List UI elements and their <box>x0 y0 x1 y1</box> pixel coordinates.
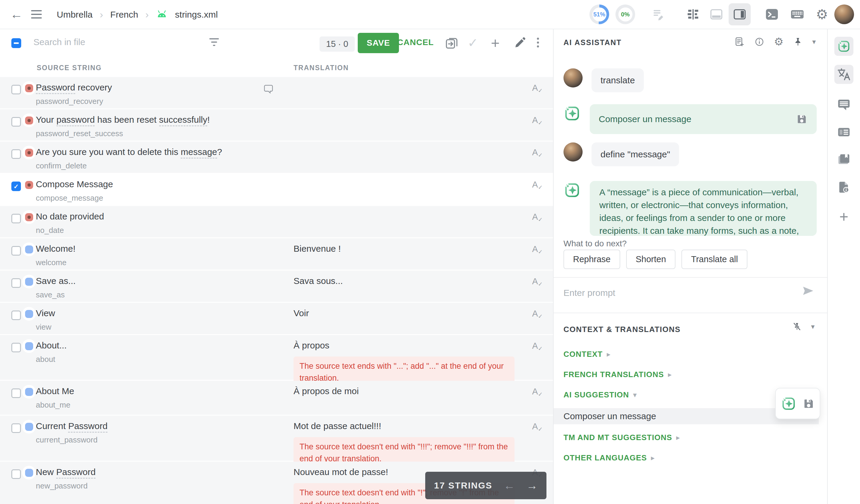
table-row[interactable]: View view Voir A✓ <box>0 303 553 334</box>
shorten-button[interactable]: Shorten <box>626 250 676 269</box>
ai-sparkle-icon[interactable] <box>781 396 797 412</box>
source-string[interactable]: Password recovery <box>36 83 112 92</box>
spellcheck-icon[interactable]: A✓ <box>532 115 538 125</box>
sidebar-tab-translate[interactable] <box>834 65 854 84</box>
view-side-by-side-button[interactable] <box>682 3 704 25</box>
row-checkbox[interactable] <box>11 85 21 94</box>
table-row[interactable]: Welcome! welcome Bienvenue ! A✓ <box>0 238 553 270</box>
more-options-icon[interactable] <box>537 36 539 47</box>
table-row[interactable]: Your password has been reset successfull… <box>0 109 553 141</box>
spellcheck-icon[interactable]: A✓ <box>532 422 538 431</box>
keyboard-icon[interactable] <box>790 7 805 21</box>
copy-translation-icon[interactable] <box>444 36 459 50</box>
back-icon[interactable]: ← <box>10 8 23 20</box>
translation-text[interactable]: Sava sous... <box>293 276 343 286</box>
sidebar-tab-add-panel[interactable]: + <box>840 209 848 225</box>
translation-text[interactable]: À propos de moi <box>293 386 359 396</box>
table-row[interactable]: About... about À propos The source text … <box>0 335 553 380</box>
spellcheck-icon[interactable]: A✓ <box>532 147 538 157</box>
section-tm-and-mt-suggestions[interactable]: TM AND MT SUGGESTIONS ▸ <box>563 433 680 442</box>
spellcheck-icon[interactable]: A✓ <box>532 180 538 190</box>
source-string[interactable]: About... <box>36 341 67 350</box>
chat-bubble[interactable]: Composer un message <box>590 104 817 134</box>
spellcheck-icon[interactable]: A✓ <box>532 309 538 319</box>
sidebar-tab-file-info[interactable] <box>837 180 851 194</box>
translation-text[interactable]: Bienvenue ! <box>293 244 341 254</box>
settings-gear-icon[interactable]: ⚙ <box>816 8 828 21</box>
table-row[interactable]: ✓ Compose Message compose_message A✓ <box>0 174 553 205</box>
next-page-icon[interactable]: → <box>527 480 538 491</box>
row-checkbox[interactable] <box>11 278 21 288</box>
source-string[interactable]: Compose Message <box>36 179 113 189</box>
spellcheck-icon[interactable]: A✓ <box>532 341 538 351</box>
table-row[interactable]: Save as... save_as Sava sous... A✓ <box>0 271 553 302</box>
chat-bubble[interactable]: A “message” is a piece of communication—… <box>590 181 817 236</box>
source-string[interactable]: View <box>36 308 55 318</box>
prompt-input[interactable]: Enter prompt <box>563 288 615 298</box>
table-row[interactable]: No date provided no_date A✓ <box>0 206 553 237</box>
approve-check-icon[interactable]: ✓ <box>468 36 478 50</box>
translated-progress-ring[interactable]: 51% <box>589 4 609 24</box>
source-string[interactable]: New Password <box>36 467 96 477</box>
spellcheck-icon[interactable]: A✓ <box>532 244 538 254</box>
spellcheck-icon[interactable]: A✓ <box>532 276 538 286</box>
add-string-icon[interactable]: + <box>491 36 500 50</box>
source-string[interactable]: Are you sure you want to delete this mes… <box>36 147 222 157</box>
source-string[interactable]: Current Password <box>36 421 108 431</box>
breadcrumb-project[interactable]: Umbrella <box>57 9 92 19</box>
send-icon[interactable] <box>801 284 815 298</box>
breadcrumb-file[interactable]: strings.xml <box>175 9 218 19</box>
row-checkbox[interactable] <box>11 470 21 479</box>
row-checkbox[interactable] <box>11 117 21 127</box>
breadcrumb-language[interactable]: French <box>110 9 138 19</box>
sidebar-tab-translation-memory[interactable] <box>837 125 851 139</box>
row-checkbox[interactable] <box>11 388 21 398</box>
translation-text[interactable]: Nouveau mot de passe! <box>293 467 388 477</box>
approved-progress-ring[interactable]: 0% <box>615 4 635 24</box>
table-row[interactable]: About Me about_me À propos de moi A✓ <box>0 381 553 415</box>
spellcheck-icon[interactable]: A✓ <box>532 83 538 93</box>
pin-icon[interactable] <box>793 37 803 47</box>
source-string[interactable]: Welcome! <box>36 244 75 254</box>
spellcheck-icon[interactable]: A✓ <box>532 387 538 397</box>
save-suggestion-icon[interactable] <box>802 398 815 410</box>
table-row[interactable]: Current Password current_password Mot de… <box>0 416 553 461</box>
console-icon[interactable] <box>765 7 779 21</box>
prev-page-icon[interactable]: ← <box>504 480 515 491</box>
row-checkbox[interactable] <box>11 149 21 159</box>
user-avatar[interactable] <box>834 4 854 24</box>
collapse-chevron-icon[interactable]: ▾ <box>811 322 815 331</box>
spellcheck-icon[interactable]: A✓ <box>532 212 538 222</box>
section-french-translations[interactable]: FRENCH TRANSLATIONS ▸ <box>563 370 672 379</box>
ai-settings-gear-icon[interactable]: ⚙ <box>774 37 784 47</box>
save-message-icon[interactable] <box>796 113 808 125</box>
comment-icon[interactable] <box>263 84 274 94</box>
section-ai-suggestion[interactable]: AI SUGGESTION ▾ <box>563 390 637 400</box>
row-checkbox[interactable] <box>11 246 21 256</box>
sidebar-tab-glossary[interactable] <box>837 153 851 166</box>
new-conversation-icon[interactable] <box>734 37 745 47</box>
filter-icon[interactable] <box>209 38 219 46</box>
chat-bubble[interactable]: translate <box>591 68 644 92</box>
source-string[interactable]: No date provided <box>36 212 104 221</box>
view-right-panel-button[interactable] <box>729 3 751 25</box>
cancel-button[interactable]: CANCEL <box>397 38 434 47</box>
section-other-languages[interactable]: OTHER LANGUAGES ▸ <box>563 453 655 462</box>
view-bottom-panel-button[interactable] <box>705 3 728 25</box>
info-icon[interactable] <box>754 37 764 47</box>
source-string[interactable]: About Me <box>36 386 74 396</box>
menu-icon[interactable] <box>31 10 42 18</box>
translation-text[interactable]: Mot de passe actuel!!! <box>293 421 381 431</box>
sidebar-tab-ai-assistant[interactable] <box>834 37 854 56</box>
translation-text[interactable]: À propos <box>293 341 329 350</box>
source-string[interactable]: Save as... <box>36 276 75 286</box>
rephrase-button[interactable]: Rephrase <box>563 250 620 269</box>
collapse-chevron-icon[interactable]: ▾ <box>812 38 816 46</box>
chat-bubble[interactable]: define "message" <box>591 142 679 166</box>
section-context[interactable]: CONTEXT ▸ <box>563 350 610 359</box>
source-string[interactable]: Your password has been reset successfull… <box>36 115 210 125</box>
row-checkbox[interactable] <box>11 214 21 223</box>
translation-text[interactable]: Voir <box>293 308 309 318</box>
unpin-icon[interactable] <box>792 321 802 332</box>
save-button[interactable]: SAVE <box>358 33 399 53</box>
